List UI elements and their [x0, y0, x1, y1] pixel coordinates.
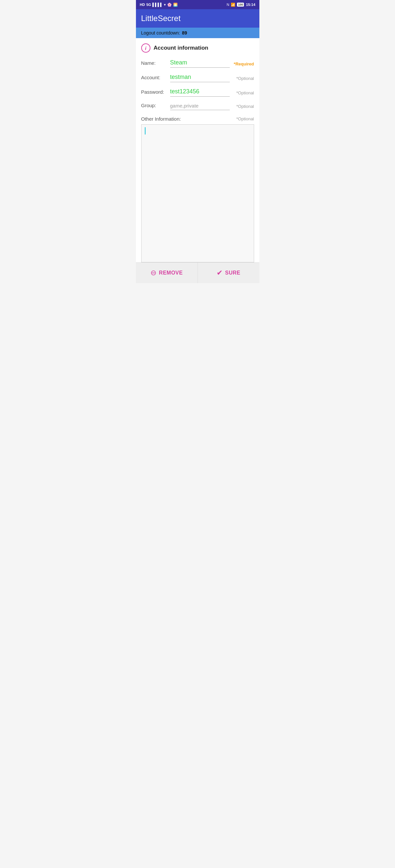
name-input-wrap: [170, 59, 230, 68]
sure-button[interactable]: ✔ SURE: [198, 263, 259, 283]
info-icon: i: [141, 43, 150, 53]
nfc-icon: N: [226, 3, 229, 7]
password-input[interactable]: [170, 88, 230, 97]
other-info-textarea-wrap[interactable]: [141, 124, 254, 262]
other-info-row: Other Information: *Optional: [141, 116, 254, 122]
checkmark-icon: ✔: [217, 269, 223, 277]
app-title: LittleSecret: [141, 14, 181, 23]
network-type: 5G: [146, 3, 151, 7]
name-required: *Required: [232, 61, 254, 68]
bluetooth-icon: 📶: [231, 3, 235, 7]
status-bar-left: HD 5G ▌▌▌▌ ▾ 🌸 🌅: [140, 3, 178, 7]
account-optional: *Optional: [232, 76, 254, 82]
account-input[interactable]: [170, 74, 230, 82]
clock: 15:14: [246, 3, 255, 7]
app-header: LittleSecret: [136, 9, 259, 28]
action-bar: ⊖ REMOVE ✔ SURE: [136, 262, 259, 283]
status-bar-right: N 📶 100 15:14: [226, 3, 255, 7]
sure-label: SURE: [225, 270, 240, 276]
countdown-bar: Logout countdown: 89: [136, 28, 259, 38]
other-info-label: Other Information:: [141, 116, 181, 122]
hd-badge: HD: [140, 3, 145, 7]
section-title: Account information: [154, 45, 208, 51]
section-header: i Account information: [141, 43, 254, 53]
group-input[interactable]: [170, 103, 230, 110]
group-field-row: Group: *Optional: [141, 102, 254, 110]
group-label: Group:: [141, 102, 168, 110]
name-label: Name:: [141, 60, 168, 68]
countdown-value: 89: [182, 30, 187, 35]
account-label: Account:: [141, 74, 168, 82]
group-optional: *Optional: [232, 104, 254, 110]
name-input[interactable]: [170, 59, 230, 68]
signal-icon: ▌▌▌▌: [152, 3, 163, 7]
account-input-wrap: [170, 74, 230, 82]
main-content: i Account information Name: *Required Ac…: [136, 38, 259, 262]
flower-icon: 🌸: [167, 3, 172, 7]
password-input-wrap: [170, 88, 230, 97]
remove-button[interactable]: ⊖ REMOVE: [136, 263, 198, 283]
password-field-row: Password: *Optional: [141, 88, 254, 97]
name-field-row: Name: *Required: [141, 59, 254, 68]
password-optional: *Optional: [232, 90, 254, 97]
other-info-textarea[interactable]: [142, 125, 254, 262]
wifi-icon: ▾: [164, 3, 166, 7]
remove-label: REMOVE: [159, 270, 183, 276]
battery-indicator: 100: [237, 3, 244, 7]
other-info-optional: *Optional: [236, 116, 254, 121]
group-input-wrap: [170, 103, 230, 110]
sunrise-icon: 🌅: [173, 3, 178, 7]
status-bar: HD 5G ▌▌▌▌ ▾ 🌸 🌅 N 📶 100 15:14: [136, 0, 259, 9]
countdown-label: Logout countdown:: [141, 30, 180, 35]
password-label: Password:: [141, 89, 168, 97]
remove-icon: ⊖: [150, 269, 157, 277]
account-field-row: Account: *Optional: [141, 74, 254, 82]
